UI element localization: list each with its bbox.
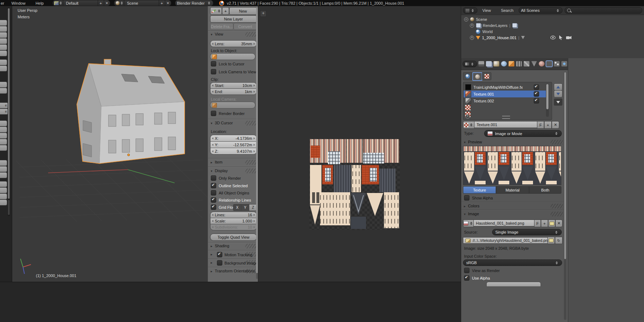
texture-browse-button[interactable] (463, 121, 474, 129)
shading-panel-header[interactable]: Shading (210, 244, 229, 248)
expand-icon[interactable]: + (470, 36, 474, 40)
scene-tab-icon[interactable] (494, 61, 499, 66)
panel-grip[interactable] (551, 140, 563, 144)
slot-specials-menu-button[interactable] (554, 98, 562, 106)
particles-tab-icon[interactable] (554, 61, 560, 66)
expand-icon[interactable]: + (470, 23, 474, 28)
menu-window[interactable]: Window (6, 1, 31, 5)
path-browse-button[interactable] (547, 237, 555, 244)
texture-tab-icon[interactable] (546, 61, 552, 66)
render-layers-tab-icon[interactable] (486, 61, 492, 66)
grease-pencil-add-button[interactable]: + (222, 7, 229, 15)
modifiers-tab-icon[interactable] (524, 61, 529, 66)
button-fragment[interactable] (0, 172, 7, 178)
texture-slot-row[interactable]: TrainLightMapWithDiffuse.fx (464, 84, 551, 91)
scrollbar[interactable] (546, 84, 549, 117)
relationship-lines-checkbox[interactable]: Relationship Lines (211, 197, 251, 203)
texture-type-select[interactable]: Image or Movie (484, 130, 562, 137)
panel-grip[interactable] (551, 204, 563, 208)
button-fragment[interactable]: e (0, 102, 8, 109)
button-fragment[interactable] (0, 50, 7, 56)
panel-grip[interactable] (245, 32, 258, 37)
unlink-image-button[interactable]: ✕ (555, 220, 562, 227)
3d-viewport[interactable]: User Persp Meters (1) 1_2000_House.001 (12, 6, 208, 282)
button-fragment[interactable] (0, 82, 7, 88)
outliner-search-menu[interactable]: Search (496, 8, 519, 13)
partial-widget[interactable] (486, 282, 541, 287)
button-fragment[interactable] (0, 145, 7, 151)
preview-both-button[interactable]: Both (529, 186, 561, 194)
move-slot-up-button[interactable] (554, 83, 562, 91)
clip-end-slider[interactable]: End:1km (210, 88, 257, 95)
preview-panel-header[interactable]: Preview (463, 140, 482, 144)
slot-enabled-checkbox[interactable] (534, 91, 539, 97)
panel-grip[interactable] (245, 244, 258, 248)
button-fragment[interactable] (0, 120, 7, 126)
3d-cursor-panel-header[interactable]: 3D Cursor (210, 121, 233, 125)
menu-help[interactable]: Help (31, 1, 49, 5)
uv-image-editor[interactable]: + (258, 6, 461, 282)
grid-subdivisions-slider[interactable]: Subdivisions:10 (210, 224, 257, 230)
texture-slot-row[interactable]: Texture.002 (464, 97, 551, 104)
screen-layout-name[interactable]: Default (63, 0, 98, 6)
button-fragment[interactable] (0, 126, 7, 133)
button-fragment[interactable] (0, 199, 7, 206)
colorspace-select[interactable]: sRGB (463, 259, 562, 266)
button-fragment[interactable] (0, 193, 7, 199)
grid-axis-y-toggle[interactable]: Y (241, 204, 249, 211)
local-camera-field[interactable] (210, 102, 255, 109)
world-tab-icon[interactable] (501, 61, 507, 66)
outliner-scope-select[interactable]: All Scenes (519, 7, 562, 14)
object-tab-icon[interactable] (509, 61, 514, 66)
button-fragment[interactable] (0, 133, 7, 139)
render-tab-icon[interactable] (478, 61, 484, 66)
outliner-view-menu[interactable]: View (477, 8, 496, 13)
button-fragment[interactable] (0, 139, 7, 145)
panel-grip[interactable] (245, 121, 258, 125)
outliner-item-world[interactable]: World (476, 29, 493, 34)
button-fragment[interactable] (0, 187, 7, 193)
editor-type-button[interactable] (463, 7, 477, 14)
add-layout-button[interactable] (98, 0, 104, 6)
bottom-editor-area[interactable] (0, 282, 461, 322)
scrollbar[interactable] (8, 8, 10, 216)
panel-grip[interactable] (551, 212, 563, 216)
panel-grip[interactable] (245, 169, 258, 173)
clip-start-slider[interactable]: Start:10cm (210, 82, 257, 89)
lock-to-cursor-checkbox[interactable]: Lock to Cursor (211, 61, 245, 66)
grid-scale-slider[interactable]: Scale:1.000 (210, 218, 257, 224)
panel-grip[interactable] (245, 269, 258, 273)
view-as-render-checkbox[interactable]: View as Render (464, 268, 500, 273)
image-path-field[interactable]: //..\..\#tekstury\ghi\Hausblend_001_bake… (463, 237, 549, 244)
scene-name[interactable]: Scene (124, 0, 159, 6)
material-texture-context-icon[interactable] (472, 72, 482, 81)
use-alpha-checkbox[interactable]: Use Alpha (464, 275, 490, 281)
physics-tab-icon[interactable] (561, 61, 567, 66)
add-scene-button[interactable] (159, 0, 165, 6)
motion-tracking-checkbox[interactable] (217, 252, 222, 257)
outliner-search-field[interactable] (565, 7, 642, 14)
editor-type-button[interactable] (463, 61, 477, 67)
expand-region-icon[interactable]: + (260, 10, 267, 17)
render-engine-select[interactable]: Blender Render (175, 0, 213, 6)
render-border-checkbox[interactable]: Render Border (211, 111, 245, 116)
outliner-item-renderlayers[interactable]: + RenderLayers | (470, 23, 517, 28)
lock-object-field[interactable] (210, 53, 255, 60)
toggle-quad-view-button[interactable]: Toggle Quad View (210, 234, 257, 241)
add-slot-icon[interactable]: + (465, 114, 470, 119)
render-layers-icon[interactable] (512, 23, 517, 28)
outliner-item-scene[interactable]: − Scene (464, 17, 487, 22)
new-layer-button[interactable]: New Layer (210, 15, 257, 23)
open-image-button[interactable] (548, 220, 555, 227)
image-panel-header[interactable]: Image (463, 212, 479, 216)
button-fragment[interactable] (0, 44, 7, 50)
grid-axis-x-toggle[interactable]: X (233, 204, 241, 211)
delete-frame-button[interactable]: Delete Fra... (210, 23, 233, 30)
world-texture-context-icon[interactable] (463, 72, 472, 80)
preview-texture-button[interactable]: Texture (463, 186, 496, 194)
menu-partial[interactable]: er (0, 1, 6, 5)
all-object-origins-checkbox[interactable]: All Object Origins (211, 190, 249, 196)
show-alpha-checkbox[interactable]: Show Alpha (464, 195, 493, 201)
panel-grip[interactable] (245, 252, 258, 257)
button-fragment[interactable] (0, 166, 7, 172)
